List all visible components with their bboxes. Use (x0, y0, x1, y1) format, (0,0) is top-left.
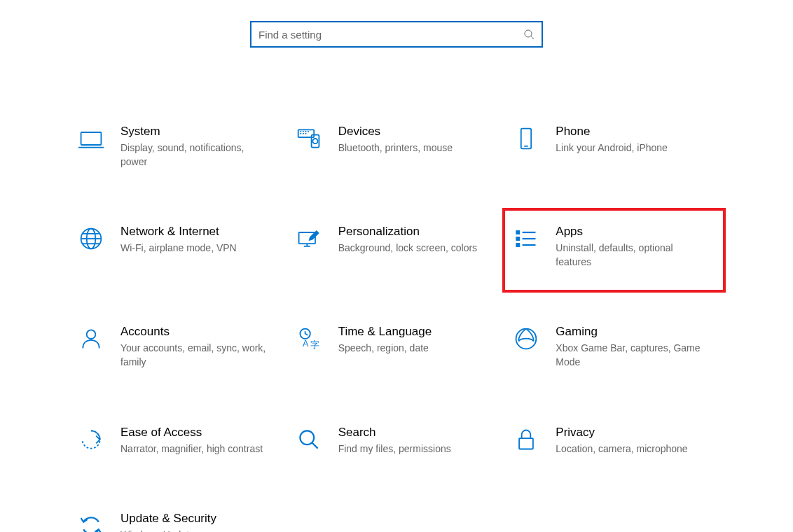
tile-desc: Background, lock screen, colors (338, 241, 485, 255)
tile-personalization[interactable]: Personalization Background, lock screen,… (288, 218, 506, 276)
apps-icon (512, 225, 540, 253)
search-icon (523, 29, 535, 40)
tile-accounts[interactable]: Accounts Your accounts, email, sync, wor… (70, 318, 288, 376)
tile-title: Personalization (338, 225, 485, 239)
tile-title: Devices (338, 125, 485, 139)
tile-title: Ease of Access (120, 426, 267, 440)
tile-title: Gaming (556, 325, 702, 339)
tile-ease-of-access[interactable]: Ease of Access Narrator, magnifier, high… (70, 419, 288, 463)
settings-grid: System Display, sound, notifications, po… (0, 118, 793, 532)
svg-line-1 (531, 36, 534, 39)
svg-line-33 (305, 334, 308, 335)
tile-title: Update & Security (120, 512, 267, 526)
tile-desc: Speech, region, date (338, 342, 485, 356)
tile-desc: Link your Android, iPhone (556, 141, 702, 155)
svg-rect-24 (517, 231, 520, 234)
tile-devices[interactable]: Devices Bluetooth, printers, mouse (288, 118, 506, 176)
tile-time-language[interactable]: A 字 Time & Language Speech, region, date (288, 318, 506, 376)
tile-title: Network & Internet (120, 225, 267, 239)
search-field[interactable] (258, 29, 523, 41)
tile-desc: Narrator, magnifier, high contrast (120, 442, 267, 456)
svg-point-30 (87, 330, 96, 340)
tile-desc: Xbox Game Bar, captures, Game Mode (556, 342, 702, 369)
personalization-icon (295, 225, 323, 253)
tile-title: Time & Language (338, 325, 485, 339)
phone-icon (512, 125, 540, 153)
tile-desc: Windows Update, recovery, backup (120, 528, 267, 532)
devices-icon (295, 125, 323, 153)
tile-title: Phone (556, 125, 702, 139)
tile-system[interactable]: System Display, sound, notifications, po… (70, 118, 288, 176)
tile-apps[interactable]: Apps Uninstall, defaults, optional featu… (502, 208, 726, 293)
tile-search[interactable]: Search Find my files, permissions (288, 419, 506, 463)
tile-desc: Your accounts, email, sync, work, family (120, 342, 267, 369)
tile-privacy[interactable]: Privacy Location, camera, microphone (505, 419, 723, 463)
svg-point-13 (312, 139, 317, 144)
svg-rect-39 (519, 438, 533, 449)
svg-rect-26 (517, 237, 520, 240)
tile-desc: Find my files, permissions (338, 442, 485, 456)
svg-rect-28 (517, 244, 520, 246)
gaming-icon (512, 325, 540, 353)
search-input[interactable] (250, 21, 543, 48)
tile-network[interactable]: Network & Internet Wi-Fi, airplane mode,… (70, 218, 288, 276)
svg-point-0 (525, 30, 532, 37)
lock-icon (512, 426, 540, 454)
svg-rect-2 (81, 132, 102, 145)
system-icon (77, 125, 105, 153)
tile-desc: Display, sound, notifications, power (120, 141, 267, 169)
tile-update-security[interactable]: Update & Security Windows Update, recove… (70, 505, 288, 532)
tile-title: Accounts (120, 325, 267, 339)
tile-gaming[interactable]: Gaming Xbox Game Bar, captures, Game Mod… (505, 318, 723, 376)
svg-point-37 (300, 430, 314, 444)
update-icon (77, 512, 105, 532)
svg-text:字: 字 (310, 340, 319, 350)
accounts-icon (77, 325, 105, 353)
tile-title: Search (338, 426, 485, 440)
time-language-icon: A 字 (295, 325, 323, 353)
search-tile-icon (295, 426, 323, 454)
globe-icon (77, 225, 105, 253)
svg-line-38 (312, 442, 317, 448)
tile-title: Privacy (556, 426, 702, 440)
tile-title: Apps (556, 225, 702, 239)
ease-of-access-icon (77, 426, 105, 454)
svg-text:A: A (303, 339, 309, 349)
tile-title: System (120, 125, 267, 139)
tile-desc: Uninstall, defaults, optional features (556, 241, 702, 269)
tile-phone[interactable]: Phone Link your Android, iPhone (505, 118, 723, 176)
tile-desc: Location, camera, microphone (556, 442, 702, 456)
tile-desc: Bluetooth, printers, mouse (338, 141, 485, 155)
tile-desc: Wi-Fi, airplane mode, VPN (120, 241, 267, 255)
